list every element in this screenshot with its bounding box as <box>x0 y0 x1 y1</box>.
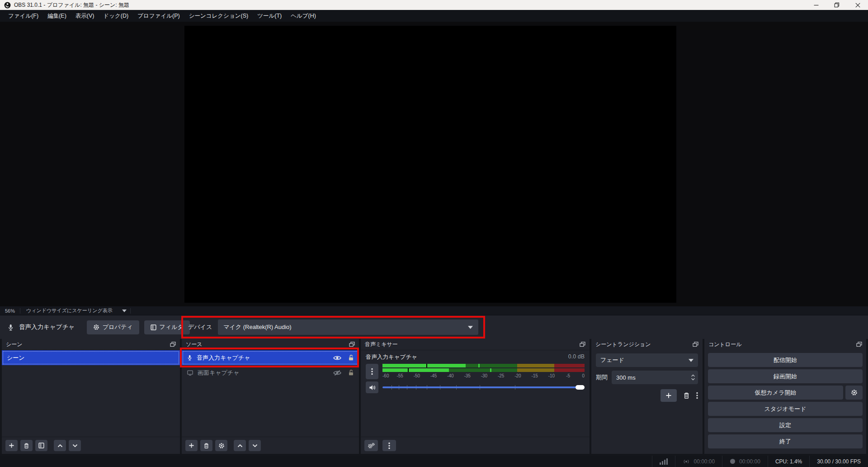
menu-item-5[interactable]: シーンコレクション(S) <box>184 10 253 22</box>
move-source-down-button[interactable] <box>249 440 261 451</box>
properties-button[interactable]: プロパティ <box>87 320 139 334</box>
sources-title: ソース <box>186 341 203 348</box>
obs-logo-icon <box>4 2 11 9</box>
duration-spinbox[interactable]: 300 ms <box>612 371 698 384</box>
menu-item-7[interactable]: ヘルプ(H) <box>286 10 321 22</box>
virtual-camera-settings-button[interactable] <box>845 386 863 400</box>
mic-icon <box>7 324 14 331</box>
transition-menu-button[interactable] <box>696 392 698 399</box>
device-select[interactable]: マイク (Realtek(R) Audio) <box>218 319 478 335</box>
visibility-off-icon[interactable] <box>333 370 341 376</box>
popout-icon[interactable] <box>693 342 698 347</box>
input-peak-tick <box>490 368 491 372</box>
visibility-on-icon[interactable] <box>333 355 341 361</box>
program-canvas[interactable] <box>184 26 676 303</box>
spin-up-icon[interactable] <box>691 374 695 377</box>
menu-item-0[interactable]: ファイル(F) <box>4 10 43 22</box>
move-scene-down-button[interactable] <box>69 440 81 451</box>
restore-button[interactable] <box>826 0 847 10</box>
zoom-level: 56% <box>0 308 20 314</box>
mixer-menu-button[interactable] <box>382 440 396 451</box>
meter-scale-label: -5 <box>566 373 570 378</box>
popout-icon[interactable] <box>349 342 355 347</box>
unlock-icon[interactable] <box>348 354 354 361</box>
scenes-dock: シーン シーン <box>2 339 180 454</box>
scenes-title: シーン <box>6 341 23 348</box>
scaling-mode-label[interactable]: ウィンドウサイズにスケーリング表示 <box>20 307 118 314</box>
broadcast-icon <box>683 459 690 464</box>
control-button-3[interactable]: スタジオモード <box>708 402 863 416</box>
source-row[interactable]: 画面キャプチャ <box>182 365 359 380</box>
unlock-icon[interactable] <box>348 369 354 376</box>
close-button[interactable] <box>847 0 868 10</box>
add-source-button[interactable] <box>185 440 198 451</box>
scene-row[interactable]: シーン <box>2 350 180 365</box>
advanced-audio-button[interactable] <box>364 440 378 451</box>
sources-list: 音声入力キャプチャ画面キャプチャ <box>182 350 359 437</box>
minimize-button[interactable] <box>806 0 826 10</box>
obs-window: OBS 31.0.1 - プロファイル: 無題 - シーン: 無題 ファイル(F… <box>0 0 868 467</box>
scaling-menu-caret-icon[interactable] <box>118 310 130 312</box>
meter-scale-label: 0 <box>582 373 585 378</box>
popout-icon[interactable] <box>856 342 862 347</box>
sources-toolbar <box>182 437 359 454</box>
transitions-title: シーントランジション <box>595 341 651 348</box>
control-button-0[interactable]: 配信開始 <box>708 353 863 367</box>
menu-item-1[interactable]: 編集(E) <box>43 10 71 22</box>
remove-source-button[interactable] <box>200 440 212 451</box>
control-button-2[interactable]: 仮想カメラ開始 <box>708 386 843 400</box>
fps-indicator: 30.00 / 30.00 FPS <box>810 456 868 467</box>
controls-dock: コントロール 配信開始録画開始仮想カメラ開始スタジオモード設定終了 <box>704 339 866 454</box>
volume-meter-scale: -60-55-50-45-40-35-30-25-20-15-10-50 <box>382 373 585 379</box>
scene-name: シーン <box>7 354 25 362</box>
input-peak-tick <box>478 364 480 367</box>
volume-slider-handle[interactable] <box>576 385 585 390</box>
volume-meter-bar-left <box>382 364 585 367</box>
display-icon <box>187 370 193 376</box>
menu-item-2[interactable]: 表示(V) <box>71 10 99 22</box>
meter-scale-label: -55 <box>396 373 403 378</box>
controls-buttons: 配信開始録画開始仮想カメラ開始スタジオモード設定終了 <box>704 350 866 454</box>
meter-scale-label: -20 <box>514 373 521 378</box>
menu-item-4[interactable]: プロファイル(P) <box>133 10 184 22</box>
popout-icon[interactable] <box>170 342 176 347</box>
volume-slider-track[interactable] <box>382 386 585 388</box>
context-source-name: 音声入力キャプチャ <box>19 323 87 331</box>
meter-scale-label: -50 <box>414 373 420 378</box>
transition-select[interactable]: フェード <box>596 353 698 367</box>
scene-filters-button[interactable] <box>35 440 47 451</box>
add-transition-button[interactable] <box>660 389 677 402</box>
transition-current: フェード <box>600 356 624 364</box>
move-scene-up-button[interactable] <box>54 440 66 451</box>
volume-meter-bar-right <box>382 368 585 372</box>
source-name: 音声入力キャプチャ <box>197 354 250 362</box>
gear-icon <box>93 324 99 330</box>
chevron-down-icon <box>689 359 693 362</box>
controls-dock-header: コントロール <box>704 339 866 350</box>
control-button-4[interactable]: 設定 <box>708 418 863 432</box>
filters-label: フィルタ <box>160 323 184 331</box>
audio-mixer-dock: 音声ミキサー 音声入力キャプチャ 0.0 dB -60-55-50-45-40-… <box>361 339 590 454</box>
mute-toggle-button[interactable] <box>366 381 378 393</box>
volume-slider[interactable] <box>382 381 585 393</box>
mixer-channel-menu-button[interactable] <box>366 364 378 379</box>
control-button-1[interactable]: 録画開始 <box>708 369 863 383</box>
control-button-5[interactable]: 終了 <box>708 434 863 448</box>
meter-scale-label: -30 <box>481 373 487 378</box>
source-properties-button[interactable] <box>215 440 227 451</box>
remove-scene-button[interactable] <box>20 440 33 451</box>
remove-transition-button[interactable] <box>683 392 690 399</box>
spin-down-icon[interactable] <box>691 378 695 381</box>
source-name: 画面キャプチャ <box>198 369 240 377</box>
meter-scale-label: -25 <box>498 373 504 378</box>
duration-value: 300 ms <box>612 374 636 381</box>
popout-icon[interactable] <box>580 342 585 347</box>
move-source-up-button[interactable] <box>234 440 246 451</box>
menu-item-3[interactable]: ドック(D) <box>99 10 133 22</box>
source-row[interactable]: 音声入力キャプチャ <box>182 350 359 365</box>
menu-item-6[interactable]: ツール(T) <box>253 10 286 22</box>
record-timer: 00:00:00 <box>722 456 768 467</box>
meter-scale-label: -10 <box>548 373 555 378</box>
stream-timer: 00:00:00 <box>675 456 722 467</box>
add-scene-button[interactable] <box>5 440 18 451</box>
